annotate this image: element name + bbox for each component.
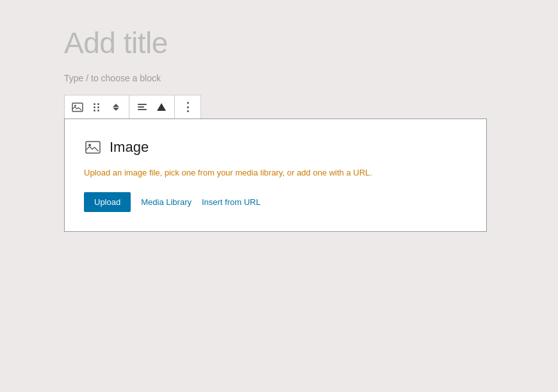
more-options-icon: ⋮ [182,100,194,114]
image-block-svg-icon [85,141,101,154]
image-icon [72,102,83,112]
toolbar-group-3: ⋮ [175,95,201,118]
align-icon [138,104,147,110]
insert-from-url-button[interactable]: Insert from URL [202,197,261,207]
image-block-title: Image [110,139,149,156]
page-container: Add title Type / to choose a block [0,0,558,392]
image-block-actions: Upload Media Library Insert from URL [84,192,467,212]
image-block-header: Image [84,138,467,156]
image-block-icon-container [84,138,102,156]
triangle-icon [157,103,166,111]
upload-button[interactable]: Upload [84,192,131,212]
svg-point-3 [88,144,91,147]
svg-point-1 [74,104,76,106]
more-options-btn[interactable]: ⋮ [179,98,197,116]
svg-rect-2 [86,142,100,153]
image-block: Image Upload an image file, pick one fro… [64,118,487,232]
move-updown-btn[interactable] [107,98,125,116]
triangle-btn[interactable] [152,98,170,116]
block-toolbar: ⋮ [64,95,201,118]
toolbar-group-2 [129,95,175,118]
chevron-group-icon [113,104,119,111]
drag-icon [94,103,100,111]
align-btn[interactable] [133,98,151,116]
block-hint: Type / to choose a block [64,73,494,83]
image-block-description: Upload an image file, pick one from your… [84,167,467,179]
media-library-button[interactable]: Media Library [141,197,192,207]
page-title[interactable]: Add title [64,26,494,60]
drag-handle-btn[interactable] [88,98,106,116]
image-block-icon-btn[interactable] [69,98,86,116]
toolbar-group-1 [65,95,129,118]
